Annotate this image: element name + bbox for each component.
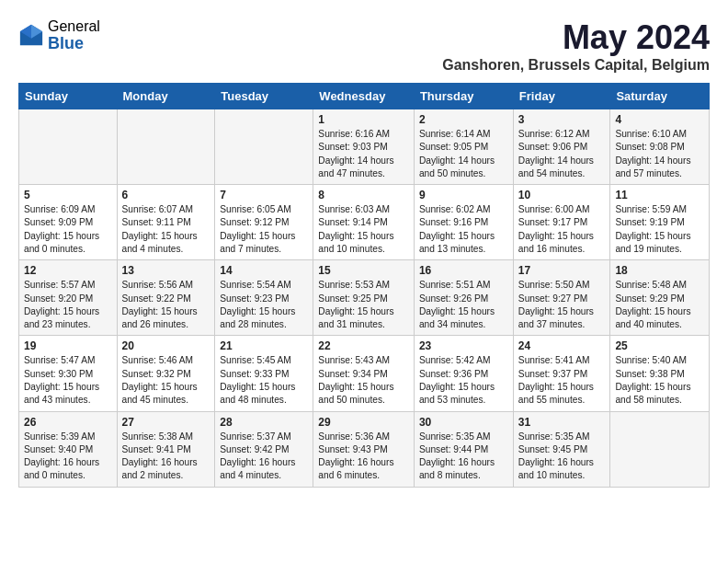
calendar-week-row: 26Sunrise: 5:39 AM Sunset: 9:40 PM Dayli… <box>19 411 710 487</box>
cell-content: Sunrise: 6:05 AM Sunset: 9:12 PM Dayligh… <box>220 203 308 256</box>
day-number: 7 <box>220 189 308 201</box>
logo-text: General Blue <box>48 18 100 52</box>
cell-content: Sunrise: 6:12 AM Sunset: 9:06 PM Dayligh… <box>518 128 606 180</box>
day-number: 20 <box>122 339 210 352</box>
logo-general: General <box>48 18 100 35</box>
calendar-cell: 30Sunrise: 5:35 AM Sunset: 9:44 PM Dayli… <box>414 411 513 487</box>
day-number: 11 <box>615 189 704 201</box>
cell-content: Sunrise: 6:10 AM Sunset: 9:08 PM Dayligh… <box>615 128 704 180</box>
cell-content: Sunrise: 6:07 AM Sunset: 9:11 PM Dayligh… <box>122 203 210 256</box>
day-number: 10 <box>518 189 606 201</box>
calendar-week-row: 19Sunrise: 5:47 AM Sunset: 9:30 PM Dayli… <box>19 336 710 411</box>
cell-content: Sunrise: 5:38 AM Sunset: 9:41 PM Dayligh… <box>122 431 210 483</box>
calendar-cell: 26Sunrise: 5:39 AM Sunset: 9:40 PM Dayli… <box>19 411 118 487</box>
logo: General Blue <box>18 18 100 52</box>
cell-content: Sunrise: 5:42 AM Sunset: 9:36 PM Dayligh… <box>419 354 508 407</box>
calendar-cell: 13Sunrise: 5:56 AM Sunset: 9:22 PM Dayli… <box>117 260 215 336</box>
calendar-cell: 7Sunrise: 6:05 AM Sunset: 9:12 PM Daylig… <box>215 185 313 260</box>
calendar-cell: 8Sunrise: 6:03 AM Sunset: 9:14 PM Daylig… <box>313 185 415 260</box>
calendar-cell <box>19 109 118 185</box>
calendar-cell: 18Sunrise: 5:48 AM Sunset: 9:29 PM Dayli… <box>610 260 710 336</box>
weekday-header: Thursday <box>414 84 513 109</box>
cell-content: Sunrise: 5:41 AM Sunset: 9:37 PM Dayligh… <box>518 354 606 407</box>
calendar-week-row: 1Sunrise: 6:16 AM Sunset: 9:03 PM Daylig… <box>19 109 710 185</box>
cell-content: Sunrise: 5:45 AM Sunset: 9:33 PM Dayligh… <box>220 354 308 407</box>
weekday-header-row: SundayMondayTuesdayWednesdayThursdayFrid… <box>19 84 710 109</box>
calendar-cell: 3Sunrise: 6:12 AM Sunset: 9:06 PM Daylig… <box>513 109 610 185</box>
calendar-week-row: 5Sunrise: 6:09 AM Sunset: 9:09 PM Daylig… <box>19 185 710 260</box>
day-number: 30 <box>419 416 508 429</box>
cell-content: Sunrise: 5:40 AM Sunset: 9:38 PM Dayligh… <box>615 354 704 407</box>
cell-content: Sunrise: 5:48 AM Sunset: 9:29 PM Dayligh… <box>615 279 704 331</box>
day-number: 24 <box>518 339 606 352</box>
day-number: 3 <box>518 113 606 126</box>
page-header: General Blue May 2024 Ganshoren, Brussel… <box>18 18 710 74</box>
cell-content: Sunrise: 5:35 AM Sunset: 9:44 PM Dayligh… <box>419 431 508 483</box>
day-number: 16 <box>419 264 508 277</box>
day-number: 4 <box>615 113 704 126</box>
cell-content: Sunrise: 5:36 AM Sunset: 9:43 PM Dayligh… <box>318 431 409 483</box>
weekday-header: Wednesday <box>313 84 415 109</box>
calendar-cell: 16Sunrise: 5:51 AM Sunset: 9:26 PM Dayli… <box>414 260 513 336</box>
calendar-cell: 6Sunrise: 6:07 AM Sunset: 9:11 PM Daylig… <box>117 185 215 260</box>
day-number: 12 <box>24 264 112 277</box>
day-number: 27 <box>122 416 210 429</box>
calendar-cell: 27Sunrise: 5:38 AM Sunset: 9:41 PM Dayli… <box>117 411 215 487</box>
calendar-cell: 24Sunrise: 5:41 AM Sunset: 9:37 PM Dayli… <box>513 336 610 411</box>
calendar-cell: 23Sunrise: 5:42 AM Sunset: 9:36 PM Dayli… <box>414 336 513 411</box>
day-number: 22 <box>318 339 409 352</box>
calendar-cell: 17Sunrise: 5:50 AM Sunset: 9:27 PM Dayli… <box>513 260 610 336</box>
weekday-header: Tuesday <box>215 84 313 109</box>
cell-content: Sunrise: 5:35 AM Sunset: 9:45 PM Dayligh… <box>518 431 606 483</box>
calendar-week-row: 12Sunrise: 5:57 AM Sunset: 9:20 PM Dayli… <box>19 260 710 336</box>
title-block: May 2024 Ganshoren, Brussels Capital, Be… <box>442 18 710 74</box>
weekday-header: Monday <box>117 84 215 109</box>
day-number: 25 <box>615 339 704 352</box>
day-number: 5 <box>24 189 112 201</box>
calendar-cell <box>117 109 215 185</box>
cell-content: Sunrise: 6:03 AM Sunset: 9:14 PM Dayligh… <box>318 203 409 256</box>
cell-content: Sunrise: 5:37 AM Sunset: 9:42 PM Dayligh… <box>220 431 308 483</box>
day-number: 9 <box>419 189 508 201</box>
logo-icon <box>18 23 44 49</box>
calendar-cell: 9Sunrise: 6:02 AM Sunset: 9:16 PM Daylig… <box>414 185 513 260</box>
day-number: 6 <box>122 189 210 201</box>
cell-content: Sunrise: 5:51 AM Sunset: 9:26 PM Dayligh… <box>419 279 508 331</box>
calendar-cell: 25Sunrise: 5:40 AM Sunset: 9:38 PM Dayli… <box>610 336 710 411</box>
cell-content: Sunrise: 6:02 AM Sunset: 9:16 PM Dayligh… <box>419 203 508 256</box>
day-number: 13 <box>122 264 210 277</box>
day-number: 18 <box>615 264 704 277</box>
location: Ganshoren, Brussels Capital, Belgium <box>442 57 710 74</box>
day-number: 8 <box>318 189 409 201</box>
calendar-cell: 4Sunrise: 6:10 AM Sunset: 9:08 PM Daylig… <box>610 109 710 185</box>
calendar-cell: 1Sunrise: 6:16 AM Sunset: 9:03 PM Daylig… <box>313 109 415 185</box>
calendar-cell: 2Sunrise: 6:14 AM Sunset: 9:05 PM Daylig… <box>414 109 513 185</box>
cell-content: Sunrise: 6:14 AM Sunset: 9:05 PM Dayligh… <box>419 128 508 180</box>
weekday-header: Friday <box>513 84 610 109</box>
day-number: 29 <box>318 416 409 429</box>
cell-content: Sunrise: 6:00 AM Sunset: 9:17 PM Dayligh… <box>518 203 606 256</box>
day-number: 28 <box>220 416 308 429</box>
day-number: 14 <box>220 264 308 277</box>
day-number: 19 <box>24 339 112 352</box>
calendar-cell: 31Sunrise: 5:35 AM Sunset: 9:45 PM Dayli… <box>513 411 610 487</box>
cell-content: Sunrise: 6:09 AM Sunset: 9:09 PM Dayligh… <box>24 203 112 256</box>
weekday-header: Saturday <box>610 84 710 109</box>
logo-blue: Blue <box>48 35 100 53</box>
cell-content: Sunrise: 5:50 AM Sunset: 9:27 PM Dayligh… <box>518 279 606 331</box>
calendar-cell: 5Sunrise: 6:09 AM Sunset: 9:09 PM Daylig… <box>19 185 118 260</box>
calendar-cell: 22Sunrise: 5:43 AM Sunset: 9:34 PM Dayli… <box>313 336 415 411</box>
cell-content: Sunrise: 6:16 AM Sunset: 9:03 PM Dayligh… <box>318 128 409 180</box>
calendar-cell: 21Sunrise: 5:45 AM Sunset: 9:33 PM Dayli… <box>215 336 313 411</box>
day-number: 1 <box>318 113 409 126</box>
calendar-cell: 28Sunrise: 5:37 AM Sunset: 9:42 PM Dayli… <box>215 411 313 487</box>
cell-content: Sunrise: 5:47 AM Sunset: 9:30 PM Dayligh… <box>24 354 112 407</box>
calendar-cell <box>610 411 710 487</box>
day-number: 17 <box>518 264 606 277</box>
day-number: 31 <box>518 416 606 429</box>
cell-content: Sunrise: 5:56 AM Sunset: 9:22 PM Dayligh… <box>122 279 210 331</box>
day-number: 23 <box>419 339 508 352</box>
weekday-header: Sunday <box>19 84 118 109</box>
month-year: May 2024 <box>442 18 710 57</box>
calendar-cell: 14Sunrise: 5:54 AM Sunset: 9:23 PM Dayli… <box>215 260 313 336</box>
